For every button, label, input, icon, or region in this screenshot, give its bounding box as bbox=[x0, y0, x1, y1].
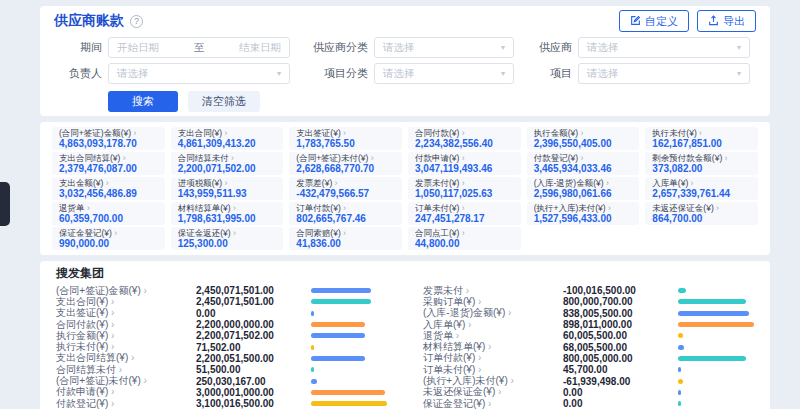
chevron-right-icon: › bbox=[462, 203, 465, 213]
chevron-right-icon: › bbox=[343, 203, 346, 213]
chevron-right-icon: › bbox=[608, 203, 611, 213]
metric-label: 退货单 › bbox=[59, 203, 158, 213]
metric-label: 未返还保证金(¥) › bbox=[652, 203, 751, 213]
chevron-right-icon: › bbox=[224, 128, 227, 138]
metric-tile[interactable]: (执行+入库)未付(¥) ›1,527,596,433.00 bbox=[527, 202, 640, 225]
metric-tile[interactable]: 未返还保证金(¥) ›864,700.00 bbox=[645, 202, 758, 225]
value-bar-fill bbox=[311, 345, 314, 350]
group-rows-left: (合同+签证)金额(¥) ›2,450,071,501.00支出合同(¥) ›2… bbox=[56, 285, 387, 409]
account-row-value: 0.00 bbox=[196, 308, 311, 319]
search-button[interactable]: 搜索 bbox=[108, 91, 178, 112]
clear-filters-button[interactable]: 清空筛选 bbox=[188, 91, 260, 112]
account-row-value: 3,100,016,500.00 bbox=[196, 398, 311, 409]
metrics-panel: (合同+签证)金额(¥) ›4,863,093,178.70支出合同(¥) ›4… bbox=[40, 122, 770, 255]
supplier-select[interactable]: 请选择 ▾ bbox=[578, 37, 750, 58]
metric-tile[interactable]: 发票未付(¥) ›1,050,117,025.63 bbox=[408, 177, 521, 200]
metric-value: 373,082.00 bbox=[652, 163, 751, 174]
value-bar bbox=[678, 345, 754, 350]
select-placeholder: 请选择 bbox=[383, 67, 415, 81]
metric-label: 合同点工(¥) › bbox=[415, 228, 514, 238]
metric-tile[interactable]: 剩余预付款金额(¥) ›373,082.00 bbox=[645, 152, 758, 175]
metric-tile[interactable]: 材料结算单(¥) ›1,798,631,995.00 bbox=[171, 202, 284, 225]
metric-tile[interactable]: 保证金登记(¥) ›990,000.00 bbox=[52, 227, 165, 250]
metric-value: 1,798,631,995.00 bbox=[178, 213, 277, 224]
chevron-down-icon: ▾ bbox=[501, 43, 505, 52]
metric-tile[interactable]: 支出合同结算(¥) ›2,379,476,087.00 bbox=[52, 152, 165, 175]
owner-select[interactable]: 请选择 ▾ bbox=[108, 63, 290, 84]
metric-tile[interactable]: 入库单(¥) ›2,657,339,761.44 bbox=[645, 177, 758, 200]
metric-tile[interactable]: (合同+签证)金额(¥) ›4,863,093,178.70 bbox=[52, 127, 165, 150]
metric-tile[interactable]: 支出签证(¥) ›1,783,765.50 bbox=[289, 127, 402, 150]
account-row-value: 2,450,071,501.00 bbox=[196, 296, 311, 307]
metric-tile[interactable]: 合同结算未付 ›2,200,071,502.00 bbox=[171, 152, 284, 175]
metric-tile[interactable]: 进项税额(¥) ›143,959,511.93 bbox=[171, 177, 284, 200]
sidebar-expand-handle[interactable] bbox=[0, 182, 10, 226]
chevron-right-icon: › bbox=[233, 203, 236, 213]
account-row-value: 68,005,500.00 bbox=[563, 342, 678, 353]
customize-button[interactable]: 自定义 bbox=[619, 10, 689, 32]
account-row-value: 2,200,000,000.00 bbox=[196, 319, 311, 330]
metric-tile[interactable]: 支出合同(¥) ›4,861,309,413.20 bbox=[171, 127, 284, 150]
metric-tile[interactable]: 合同索赔(¥) ›41,836.00 bbox=[289, 227, 402, 250]
value-bar bbox=[311, 299, 387, 304]
value-bar bbox=[311, 288, 387, 293]
metric-tile[interactable]: 付款登记(¥) ›3,465,934,033.46 bbox=[527, 152, 640, 175]
chevron-down-icon: ▾ bbox=[501, 69, 505, 78]
value-bar-fill bbox=[678, 288, 686, 293]
metric-tile[interactable]: (入库-退货)金额(¥) ›2,596,980,061.66 bbox=[527, 177, 640, 200]
value-bar-fill bbox=[311, 299, 371, 304]
account-row-value: 800,000,700.00 bbox=[563, 296, 678, 307]
value-bar bbox=[678, 311, 754, 316]
metric-tile[interactable]: 执行未付(¥) ›162,167,851.00 bbox=[645, 127, 758, 150]
metric-tile[interactable]: 支出金额(¥) ›3,032,456,486.89 bbox=[52, 177, 165, 200]
metric-value: 2,379,476,087.00 bbox=[59, 163, 158, 174]
value-bar-fill bbox=[311, 311, 314, 316]
metric-tile[interactable]: 保证金返还(¥) ›125,300.00 bbox=[171, 227, 284, 250]
account-row-value: 2,200,071,502.00 bbox=[196, 330, 311, 341]
customize-button-label: 自定义 bbox=[645, 14, 678, 29]
metric-tile[interactable]: 付款申请(¥) ›3,047,119,493.46 bbox=[408, 152, 521, 175]
account-row-value: -100,016,500.00 bbox=[563, 285, 678, 296]
metric-label: 进项税额(¥) › bbox=[178, 178, 277, 188]
value-bar bbox=[311, 367, 387, 372]
group-rows: (合同+签证)金额(¥) ›2,450,071,501.00支出合同(¥) ›2… bbox=[56, 285, 754, 409]
chevron-right-icon: › bbox=[462, 228, 465, 238]
account-row-value: 51,500.00 bbox=[196, 364, 311, 375]
account-row-value: 71,502.00 bbox=[196, 342, 311, 353]
value-bar-fill bbox=[678, 345, 684, 350]
chevron-right-icon: › bbox=[224, 178, 227, 188]
metric-tile[interactable]: 订单未付(¥) ›247,451,278.17 bbox=[408, 202, 521, 225]
metric-tile[interactable]: 合同付款(¥) ›2,234,382,556.40 bbox=[408, 127, 521, 150]
help-icon[interactable]: ? bbox=[130, 15, 143, 28]
chevron-right-icon: › bbox=[106, 178, 109, 188]
header-actions: 自定义 导出 bbox=[619, 10, 756, 32]
metric-tile[interactable]: (合同+签证)未付(¥) ›2,628,668,770.70 bbox=[289, 152, 402, 175]
select-placeholder: 请选择 bbox=[383, 41, 415, 55]
project-category-select[interactable]: 请选择 ▾ bbox=[374, 63, 514, 84]
page-title: 供应商账款 bbox=[54, 12, 124, 30]
metric-tile[interactable]: 退货单 ›60,359,700.00 bbox=[52, 202, 165, 225]
metric-label: 付款申请(¥) › bbox=[415, 153, 514, 163]
metric-label: 发票未付(¥) › bbox=[415, 178, 514, 188]
supplier-category-select[interactable]: 请选择 ▾ bbox=[374, 37, 514, 58]
value-bar-fill bbox=[678, 390, 681, 395]
metric-label: 订单付款(¥) › bbox=[296, 203, 395, 213]
period-date-range-input[interactable]: 开始日期 至 结束日期 bbox=[108, 37, 290, 58]
metric-tile[interactable]: 发票差(¥) ›-432,479,566.57 bbox=[289, 177, 402, 200]
export-button[interactable]: 导出 bbox=[697, 10, 756, 32]
metric-tile[interactable]: 合同点工(¥) ›44,800.00 bbox=[408, 227, 521, 250]
metric-tile[interactable]: 订单付款(¥) ›802,665,767.46 bbox=[289, 202, 402, 225]
metric-label: 执行未付(¥) › bbox=[652, 128, 751, 138]
chevron-right-icon: › bbox=[335, 178, 338, 188]
account-row-value: 45,700.00 bbox=[563, 364, 678, 375]
value-bar-fill bbox=[678, 311, 749, 316]
metric-value: 44,800.00 bbox=[415, 238, 514, 249]
filters: 期间 开始日期 至 结束日期 供应商分类 请选择 ▾ 供应商 bbox=[54, 37, 756, 112]
metric-tile[interactable]: 执行金额(¥) ›2,396,550,405.00 bbox=[527, 127, 640, 150]
project-select[interactable]: 请选择 ▾ bbox=[578, 63, 750, 84]
metric-value: 60,359,700.00 bbox=[59, 213, 158, 224]
value-bar-fill bbox=[678, 299, 746, 304]
metric-label: 保证金返还(¥) › bbox=[178, 228, 277, 238]
chevron-right-icon: › bbox=[233, 228, 236, 238]
chevron-right-icon: › bbox=[114, 228, 117, 238]
